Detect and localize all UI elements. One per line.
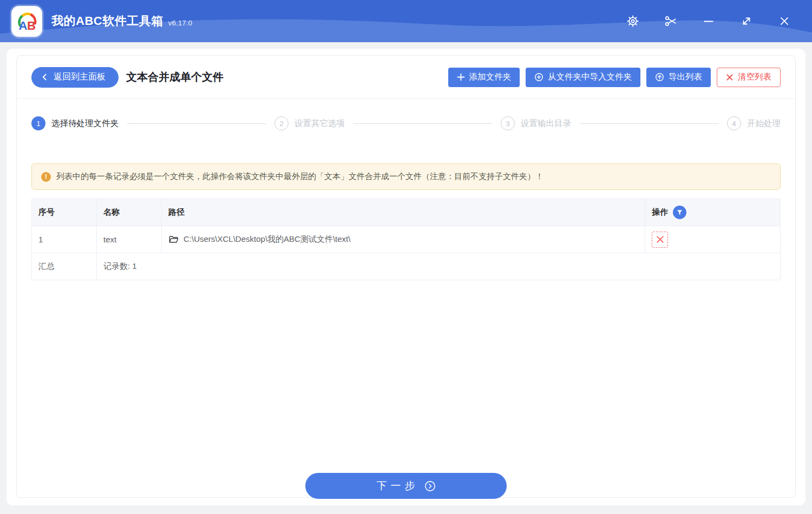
clear-list-label: 清空列表 [738, 71, 771, 83]
notice-text: 列表中的每一条记录必须是一个文件夹，此操作会将该文件夹中最外层的「文本」文件合并… [56, 172, 543, 182]
step-connector [353, 123, 492, 124]
delete-row-button[interactable] [652, 232, 668, 248]
col-header-name: 名称 [97, 199, 162, 226]
step-4-circle: 4 [727, 116, 741, 130]
folder-table: 序号 名称 路径 操作 [31, 199, 781, 280]
card-header: 返回到主面板 文本合并成单个文件 添加文件夹 从文件夹中导入文件夹 [17, 56, 795, 99]
table-row: 1 text C:\Users\XCL\Desktop\我的ABC测试文件\te… [32, 226, 781, 253]
titlebar: A B 我的ABC软件工具箱 v6.17.0 [0, 0, 812, 42]
clear-x-icon [726, 74, 734, 81]
summary-value: 记录数: 1 [97, 253, 781, 280]
content-card: 返回到主面板 文本合并成单个文件 添加文件夹 从文件夹中导入文件夹 [16, 55, 796, 498]
step-2-label: 设置其它选项 [294, 118, 345, 129]
col-header-actions: 操作 [645, 199, 781, 226]
table-header-row: 序号 名称 路径 操作 [32, 199, 781, 226]
folder-icon [168, 234, 179, 245]
row-path-text: C:\Users\XCL\Desktop\我的ABC测试文件\text\ [184, 234, 350, 245]
close-icon[interactable] [772, 9, 797, 34]
step-3-circle: 3 [501, 116, 515, 130]
app-logo: A B [11, 6, 42, 37]
app-title: 我的ABC软件工具箱 [51, 13, 163, 29]
step-4-label: 开始处理 [747, 118, 781, 129]
step-2-circle: 2 [274, 116, 289, 130]
import-from-folder-button[interactable]: 从文件夹中导入文件夹 [526, 68, 640, 87]
col-header-index: 序号 [32, 199, 97, 226]
settings-icon[interactable] [620, 9, 645, 34]
scissors-icon[interactable] [658, 9, 683, 34]
circle-plus-icon [534, 73, 543, 82]
step-1: 1 选择待处理文件夹 [31, 116, 119, 130]
step-1-circle: 1 [31, 116, 45, 130]
next-step-button[interactable]: 下一步 [305, 473, 507, 499]
minimize-icon[interactable] [696, 9, 721, 34]
export-list-label: 导出列表 [669, 71, 702, 83]
export-icon [655, 73, 664, 82]
delete-x-icon [656, 235, 664, 243]
step-connector [127, 123, 266, 124]
svg-text:B: B [27, 19, 36, 32]
export-list-button[interactable]: 导出列表 [646, 68, 711, 87]
app-version: v6.17.0 [168, 19, 192, 27]
step-1-label: 选择待处理文件夹 [51, 118, 119, 129]
next-step-label: 下一步 [377, 479, 419, 493]
back-button-label: 返回到主面板 [54, 71, 106, 83]
col-header-actions-label: 操作 [652, 207, 668, 218]
row-actions [645, 226, 781, 253]
summary-row: 汇总 记录数: 1 [32, 253, 781, 280]
col-header-path: 路径 [162, 199, 645, 226]
step-4: 4 开始处理 [727, 116, 781, 130]
summary-label: 汇总 [32, 253, 97, 280]
back-button[interactable]: 返回到主面板 [31, 67, 119, 88]
row-path: C:\Users\XCL\Desktop\我的ABC测试文件\text\ [162, 226, 645, 253]
import-from-folder-label: 从文件夹中导入文件夹 [548, 71, 632, 83]
notice-banner: ! 列表中的每一条记录必须是一个文件夹，此操作会将该文件夹中最外层的「文本」文件… [31, 163, 781, 190]
row-name: text [97, 226, 162, 253]
chevron-left-icon [41, 74, 48, 81]
step-2: 2 设置其它选项 [274, 116, 345, 130]
filter-button[interactable] [673, 206, 686, 219]
add-folder-button[interactable]: 添加文件夹 [448, 68, 520, 87]
step-indicator: 1 选择待处理文件夹 2 设置其它选项 3 设置输出目录 4 开始处理 [31, 116, 781, 130]
step-3: 3 设置输出目录 [501, 116, 571, 130]
circle-arrow-right-icon [424, 480, 436, 492]
step-connector [580, 123, 718, 124]
main-panel: 返回到主面板 文本合并成单个文件 添加文件夹 从文件夹中导入文件夹 [6, 49, 806, 505]
maximize-icon[interactable] [734, 9, 759, 34]
page-title: 文本合并成单个文件 [126, 70, 224, 84]
funnel-icon [676, 209, 683, 216]
svg-text:A: A [18, 19, 27, 32]
clear-list-button[interactable]: 清空列表 [717, 68, 781, 87]
plus-icon [457, 73, 465, 81]
step-3-label: 设置输出目录 [521, 118, 571, 129]
add-folder-label: 添加文件夹 [469, 71, 512, 83]
warning-icon: ! [41, 172, 51, 182]
row-index: 1 [32, 226, 97, 253]
